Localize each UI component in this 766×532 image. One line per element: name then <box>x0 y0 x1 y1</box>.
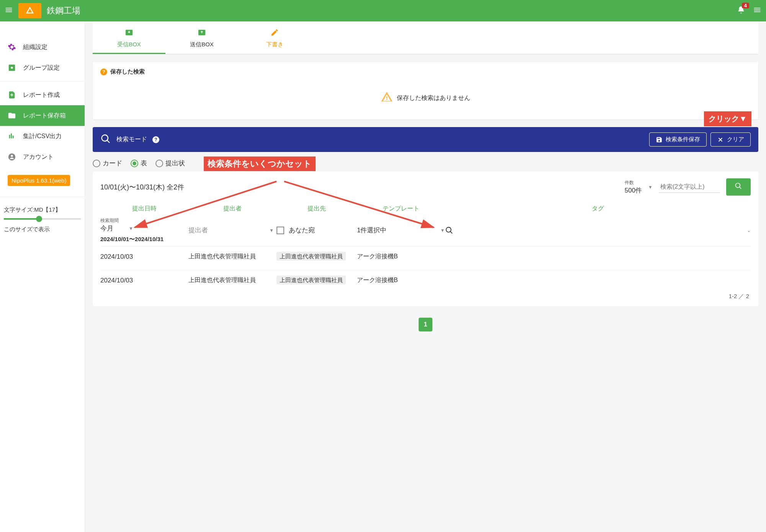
draft-icon <box>238 28 311 39</box>
notification-badge: 4 <box>742 3 749 8</box>
search-icon <box>100 134 111 146</box>
filter-period[interactable]: 検索期間 今月▼ 2024/10/01〜2024/10/31 <box>100 217 188 243</box>
search-icon <box>445 226 453 235</box>
results-card: 10/01(火)〜10/31(木) 全2件 件数 500件 ▼ 提出日時 提出者… <box>93 171 758 306</box>
font-size-slider[interactable] <box>4 218 81 220</box>
sidebar-item-label: グループ設定 <box>23 64 60 72</box>
radio-label: カード <box>103 159 122 168</box>
clear-button[interactable]: クリア <box>710 132 751 147</box>
saved-search-card: ? 保存した検索 保存した検索はありません クリック▼ <box>93 62 758 119</box>
account-icon <box>8 153 16 161</box>
count-selector[interactable]: 件数 500件 ▼ <box>625 180 653 195</box>
sidebar-item-org-settings[interactable]: 組織設定 <box>0 37 85 57</box>
outbox-icon <box>165 28 238 39</box>
radio-label: 提出状 <box>165 159 185 168</box>
sidebar-item-label: 集計/CSV出力 <box>23 132 62 140</box>
search-mode-label: 検索モード <box>116 135 147 144</box>
svg-point-3 <box>11 155 13 157</box>
save-search-button[interactable]: 検索条件保存 <box>649 132 707 147</box>
date-range-summary: 10/01(火)〜10/31(木) 全2件 <box>100 183 619 192</box>
tab-outbox[interactable]: 送信BOX <box>165 21 238 54</box>
tabs: 受信BOX 送信BOX 下書き <box>93 21 758 54</box>
folder-icon <box>8 111 16 120</box>
sidebar-item-report-box[interactable]: レポート保存箱 <box>0 105 85 126</box>
menu-icon[interactable] <box>5 6 13 16</box>
slider-thumb[interactable] <box>36 216 42 222</box>
col-header-submitter: 提出者 <box>188 205 277 213</box>
tab-draft[interactable]: 下書き <box>238 21 311 54</box>
chevron-down-icon: ▼ <box>269 228 274 233</box>
radio-table[interactable] <box>131 160 138 167</box>
pagination-info: 1-2 ／ 2 <box>100 290 751 302</box>
page-number[interactable]: 1 <box>419 318 432 331</box>
tab-label: 送信BOX <box>165 41 238 48</box>
filter-recipient[interactable]: あなた宛 <box>277 226 357 235</box>
annotation-click: クリック▼ <box>704 111 751 126</box>
sidebar-item-create-report[interactable]: レポート作成 <box>0 85 85 105</box>
annotation-conditions: 検索条件をいくつかセット <box>204 157 316 171</box>
search-mode-bar: 検索モード ? 検索条件保存 クリア <box>93 127 758 152</box>
menu-right-icon[interactable] <box>753 6 761 16</box>
checkbox[interactable] <box>277 227 284 234</box>
col-header-recipient: 提出先 <box>277 205 357 213</box>
inbox-icon <box>93 28 165 39</box>
tab-inbox[interactable]: 受信BOX <box>93 21 165 54</box>
sidebar-item-label: レポート保存箱 <box>23 112 66 120</box>
table-row[interactable]: 2024/10/03 上田進也代表管理職社員 上田進也代表管理職社員 アーク溶接… <box>100 270 751 290</box>
filter-template[interactable]: 1件選択中▼ <box>357 226 445 235</box>
radio-label: 表 <box>141 159 147 168</box>
gear-icon <box>8 43 16 51</box>
gear-box-icon <box>8 64 16 72</box>
svg-point-1 <box>11 67 13 69</box>
tab-label: 受信BOX <box>93 41 165 48</box>
search-input[interactable] <box>659 181 720 193</box>
saved-search-title: 保存した検索 <box>110 68 145 75</box>
tab-label: 下書き <box>238 41 311 48</box>
font-size-note: このサイズで表示 <box>4 226 81 233</box>
chevron-down-icon: ▼ <box>648 184 653 190</box>
sidebar-item-csv-export[interactable]: 集計/CSV出力 <box>0 126 85 147</box>
radio-status[interactable] <box>155 160 163 167</box>
chevron-down-icon: ▼ <box>129 226 133 231</box>
app-header: 鉄鋼工場 4 <box>0 0 766 21</box>
warning-icon <box>381 91 393 106</box>
font-size-label: 文字サイズ:MD【17】 <box>4 206 81 214</box>
sidebar-item-label: 組織設定 <box>23 43 47 51</box>
file-plus-icon <box>8 91 16 99</box>
main-content: 受信BOX 送信BOX 下書き ? 保存した検索 保存した検索はありません <box>85 21 766 532</box>
chevron-down-icon: ▼ <box>440 228 445 233</box>
sidebar-item-account[interactable]: アカウント <box>0 147 85 167</box>
search-button[interactable] <box>726 178 751 196</box>
table-row[interactable]: 2024/10/03 上田進也代表管理職社員 上田進也代表管理職社員 アーク溶接… <box>100 246 751 267</box>
version-badge: NipoPlus 1.63.1(web) <box>8 175 70 186</box>
help-icon[interactable]: ? <box>152 136 159 143</box>
sidebar-item-group-settings[interactable]: グループ設定 <box>0 57 85 78</box>
app-logo <box>18 3 41 18</box>
filter-submitter[interactable]: 提出者▼ <box>188 226 277 235</box>
app-title: 鉄鋼工場 <box>47 5 80 16</box>
help-icon[interactable]: ? <box>100 69 107 75</box>
chevron-down-icon: ⌄ <box>747 228 751 233</box>
filter-tag[interactable]: ⌄ <box>445 226 751 235</box>
sidebar-item-label: アカウント <box>23 153 54 161</box>
col-header-date: 提出日時 <box>100 205 188 213</box>
col-header-tag: タグ <box>445 205 751 213</box>
empty-message: 保存した検索はありません <box>397 94 470 102</box>
sidebar-item-label: レポート作成 <box>23 91 60 99</box>
notification-bell[interactable]: 4 <box>737 6 745 16</box>
view-toggle: カード 表 提出状 検索条件をいくつかセット <box>93 159 758 168</box>
sidebar: 組織設定 グループ設定 レポート作成 レポート保存箱 集計/CSV出力 アカウン… <box>0 21 85 532</box>
col-header-template: テンプレート <box>357 205 445 213</box>
chart-icon <box>8 132 16 140</box>
radio-card[interactable] <box>93 160 100 167</box>
